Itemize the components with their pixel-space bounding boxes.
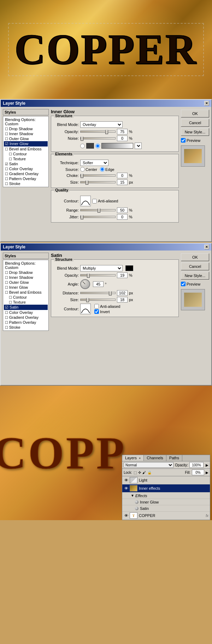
style-stroke-2[interactable]: Stroke	[4, 325, 48, 330]
dialog-2-close[interactable]: ✕	[204, 245, 209, 249]
blend-mode-select-1[interactable]: Overlay	[80, 121, 123, 128]
lock-all-icon[interactable]: 🔒	[147, 471, 152, 475]
layer-inner-effects[interactable]: 👁 Inner effects	[122, 484, 210, 493]
choke-thumb-1[interactable]	[81, 174, 83, 178]
layer-inner-glow-item[interactable]: Inner Glow	[122, 499, 210, 505]
preview-check-1[interactable]	[181, 138, 186, 143]
preview-label-1[interactable]: Preview	[181, 138, 209, 143]
satin-distance-slider[interactable]	[80, 292, 116, 294]
glow-gradient-bar-1[interactable]	[101, 143, 133, 149]
opacity-slider-1[interactable]	[80, 131, 116, 133]
technique-select-1[interactable]: Softer	[80, 160, 108, 166]
style-contour-1[interactable]: Contour	[4, 151, 48, 156]
preview-label-2[interactable]: Preview	[181, 282, 209, 286]
lock-arrow-icon[interactable]: ⬚	[134, 471, 137, 475]
gradient-options-1[interactable]: ▼	[135, 143, 142, 149]
anti-aliased-check-1[interactable]	[92, 199, 97, 203]
layer-eye-inner-glow[interactable]	[135, 500, 139, 504]
cancel-button-1[interactable]: Cancel	[181, 119, 209, 127]
anti-aliased-label-1[interactable]: Anti-aliased	[92, 199, 118, 203]
noise-input-1[interactable]	[117, 136, 128, 141]
style-texture-2[interactable]: Texture	[4, 300, 48, 305]
jitter-slider-1[interactable]	[80, 216, 116, 218]
style-inner-glow-2[interactable]: Inner Glow	[4, 285, 48, 290]
satin-size-input[interactable]	[117, 297, 128, 303]
size-slider-1[interactable]	[80, 181, 116, 183]
style-stroke-1[interactable]: Stroke	[4, 181, 48, 186]
style-inner-glow-1[interactable]: ☑ Inner Glow	[4, 141, 48, 146]
satin-angle-dial[interactable]	[80, 279, 90, 289]
layer-effects-group[interactable]: ▼ Effects	[122, 493, 210, 499]
layer-eye-inner-effects[interactable]: 👁	[124, 486, 129, 490]
satin-size-thumb[interactable]	[86, 298, 89, 302]
style-inner-shadow-1[interactable]: Inner Shadow	[4, 131, 48, 136]
style-gradient-overlay-1[interactable]: Gradient Overlay	[4, 171, 48, 176]
preview-check-2[interactable]	[181, 282, 186, 286]
opacity-input-1[interactable]	[117, 129, 128, 134]
blending-options-2[interactable]: Blending Options: Custom	[4, 261, 48, 270]
satin-distance-input[interactable]	[117, 290, 128, 296]
dialog-1-close[interactable]: ✕	[204, 101, 209, 106]
glow-gradient-radio-1[interactable]	[95, 144, 100, 148]
style-satin-2[interactable]: ☑ Satin	[4, 305, 48, 310]
satin-invert-check[interactable]	[94, 309, 99, 314]
style-pattern-overlay-2[interactable]: Pattern Overlay	[4, 320, 48, 325]
layer-copper-text[interactable]: 👁 T COPPER fx	[122, 512, 210, 520]
glow-solid-radio-1[interactable]	[80, 144, 85, 148]
satin-distance-thumb[interactable]	[109, 291, 112, 295]
choke-input-1[interactable]	[117, 173, 128, 178]
ok-button-1[interactable]: OK	[181, 110, 209, 117]
satin-size-slider[interactable]	[80, 299, 116, 301]
source-edge-label-1[interactable]: Edge	[100, 167, 114, 172]
tab-paths[interactable]: Paths	[166, 455, 182, 461]
source-center-radio-1[interactable]	[80, 167, 85, 172]
style-color-overlay-2[interactable]: Color Overlay	[4, 310, 48, 315]
size-thumb-1[interactable]	[86, 180, 88, 185]
style-bevel-emboss-1[interactable]: Bevel and Emboss	[4, 146, 48, 151]
contour-preview-1[interactable]	[80, 196, 91, 206]
satin-opacity-thumb[interactable]	[87, 274, 90, 278]
cancel-button-2[interactable]: Cancel	[181, 263, 209, 270]
jitter-input-1[interactable]	[117, 214, 128, 220]
layers-tab-close[interactable]: ×	[139, 456, 141, 460]
jitter-thumb-1[interactable]	[81, 215, 83, 219]
layer-eye-copper[interactable]: 👁	[124, 513, 129, 518]
style-outer-glow-2[interactable]: Outer Glow	[4, 280, 48, 285]
range-input-1[interactable]	[117, 207, 128, 213]
layer-satin-item[interactable]: Satin	[122, 505, 210, 512]
range-slider-1[interactable]	[80, 209, 116, 211]
choke-slider-1[interactable]	[80, 174, 116, 177]
style-drop-shadow-1[interactable]: Drop Shadow	[4, 126, 48, 131]
new-style-button-1[interactable]: New Style...	[181, 128, 209, 136]
noise-thumb-1[interactable]	[81, 137, 83, 141]
satin-invert-label[interactable]: Invert	[94, 309, 120, 314]
size-input-1[interactable]	[117, 179, 128, 185]
satin-anti-aliased-label[interactable]: Anti-aliased	[94, 304, 120, 309]
style-contour-2[interactable]: Contour	[4, 295, 48, 300]
blending-options-1[interactable]: Blending Options: Custom	[4, 117, 48, 126]
source-center-label-1[interactable]: Center	[80, 167, 97, 172]
satin-opacity-input[interactable]	[117, 272, 128, 278]
satin-blend-select[interactable]: Multiply	[80, 265, 123, 271]
style-inner-shadow-2[interactable]: Inner Shadow	[4, 275, 48, 280]
satin-angle-input[interactable]	[93, 281, 104, 287]
style-pattern-overlay-1[interactable]: Pattern Overlay	[4, 176, 48, 181]
tab-channels[interactable]: Channels	[144, 455, 166, 461]
style-drop-shadow-2[interactable]: Drop Shadow	[4, 270, 48, 275]
blend-mode-layers[interactable]: Normal	[124, 462, 173, 468]
satin-contour-preview[interactable]	[80, 304, 91, 314]
new-style-button-2[interactable]: New Style...	[181, 272, 209, 280]
satin-anti-aliased-check[interactable]	[94, 304, 99, 309]
style-bevel-emboss-2[interactable]: Bevel and Emboss	[4, 290, 48, 295]
lock-paint-icon[interactable]: 🖌	[142, 471, 146, 475]
noise-slider-1[interactable]	[80, 137, 116, 139]
fill-input[interactable]	[192, 470, 204, 475]
lock-move-icon[interactable]: ✣	[138, 471, 141, 475]
source-edge-radio-1[interactable]	[100, 167, 105, 172]
satin-opacity-slider[interactable]	[80, 274, 116, 276]
ok-button-2[interactable]: OK	[181, 253, 209, 261]
style-satin-1[interactable]: Satin	[4, 161, 48, 166]
opacity-thumb-1[interactable]	[105, 130, 108, 134]
style-color-overlay-1[interactable]: Color Overlay	[4, 166, 48, 171]
layer-eye-satin[interactable]	[135, 507, 139, 510]
